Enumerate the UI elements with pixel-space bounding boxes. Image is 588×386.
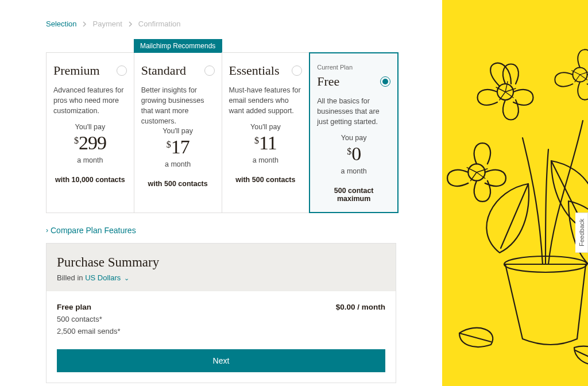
plan-price: $0 <box>317 143 390 165</box>
plan-contacts: 500 contact maximum <box>317 187 390 203</box>
plan-period: a month <box>141 160 215 168</box>
pay-label: You pay <box>317 134 390 142</box>
currency-select[interactable]: US Dollars ⌄ <box>85 273 129 282</box>
plan-period: a month <box>229 156 303 164</box>
plan-premium[interactable]: Premium Advanced features for pros who n… <box>46 52 134 213</box>
decorative-plant-illustration <box>442 0 588 386</box>
plan-period: a month <box>53 156 127 164</box>
plan-title: Premium <box>53 63 100 78</box>
summary-plan-price: $0.00 / month <box>336 303 385 311</box>
summary-line-sends: 2,500 email sends* <box>57 327 385 335</box>
summary-title: Purchase Summary <box>57 255 385 270</box>
pay-label: You'll pay <box>53 123 127 131</box>
chevron-right-icon <box>128 21 133 27</box>
plan-desc: All the basics for businesses that are j… <box>317 96 390 134</box>
crumb-payment: Payment <box>92 20 122 28</box>
plan-contacts: with 500 contacts <box>229 176 303 184</box>
radio-icon[interactable] <box>380 76 390 87</box>
next-button[interactable]: Next <box>57 349 385 372</box>
radio-icon[interactable] <box>292 65 302 76</box>
crumb-confirmation: Confirmation <box>138 20 181 28</box>
plan-contacts: with 500 contacts <box>141 180 215 188</box>
plan-desc: Better insights for growing businesses t… <box>141 85 215 127</box>
plan-title: Free <box>317 74 339 89</box>
summary-line-contacts: 500 contacts* <box>57 315 385 323</box>
current-plan-badge: Current Plan <box>317 64 390 71</box>
plan-title: Standard <box>141 63 186 78</box>
plan-desc: Advanced features for pros who need more… <box>53 85 127 123</box>
plan-desc: Must-have features for email senders who… <box>229 85 303 123</box>
plan-free[interactable]: Current Plan Free All the basics for bus… <box>309 52 399 213</box>
billed-in: Billed in US Dollars ⌄ <box>57 273 385 282</box>
radio-icon[interactable] <box>117 65 127 76</box>
chevron-down-icon: ⌄ <box>124 275 129 281</box>
plan-grid: Premium Advanced features for pros who n… <box>46 52 399 213</box>
chevron-right-icon <box>82 21 87 27</box>
breadcrumb: Selection Payment Confirmation <box>46 20 396 28</box>
compare-plans-toggle[interactable]: › Compare Plan Features <box>46 226 396 235</box>
plan-essentials[interactable]: Essentials Must-have features for email … <box>222 52 310 213</box>
plan-standard[interactable]: Mailchimp Recommends Standard Better ins… <box>134 52 222 213</box>
chevron-right-icon: › <box>46 226 48 234</box>
plan-period: a month <box>317 167 390 175</box>
summary-plan-name: Free plan <box>57 303 91 311</box>
plan-contacts: with 10,000 contacts <box>53 176 127 184</box>
pay-label: You'll pay <box>141 127 215 135</box>
plan-price: $11 <box>229 132 303 154</box>
crumb-selection[interactable]: Selection <box>46 20 76 28</box>
feedback-tab[interactable]: Feedback <box>575 213 588 253</box>
plan-price: $299 <box>53 132 127 154</box>
purchase-summary: Purchase Summary Billed in US Dollars ⌄ … <box>46 243 396 383</box>
radio-icon[interactable] <box>204 65 215 76</box>
plan-price: $17 <box>141 136 215 158</box>
recommended-badge: Mailchimp Recommends <box>134 39 222 53</box>
pay-label: You'll pay <box>229 123 303 131</box>
plan-title: Essentials <box>229 63 280 78</box>
